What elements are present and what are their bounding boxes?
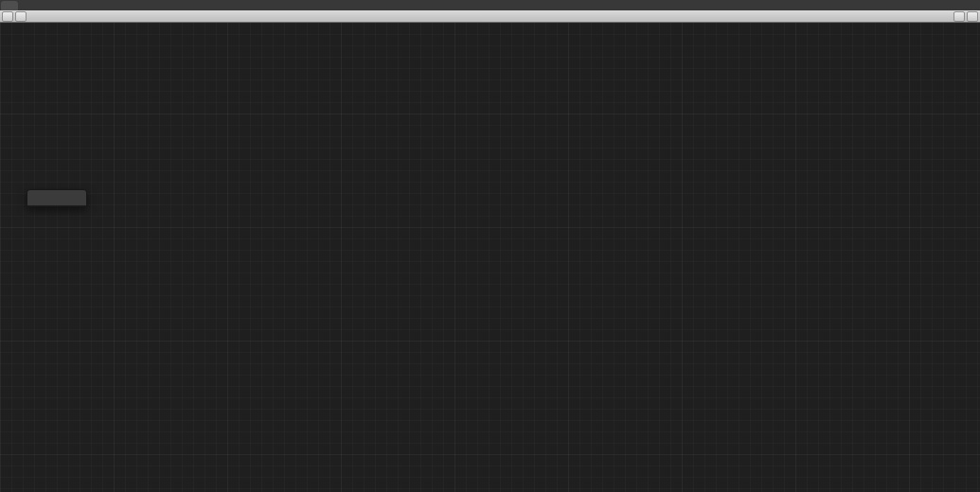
save-asset-button[interactable] bbox=[2, 11, 13, 22]
node-title bbox=[27, 190, 86, 206]
graph-canvas[interactable] bbox=[0, 0, 980, 492]
window-controls bbox=[961, 0, 980, 10]
toolbar bbox=[0, 10, 980, 23]
shader-graph-window bbox=[0, 0, 980, 492]
wires-layer bbox=[0, 0, 980, 492]
show-in-project-button[interactable] bbox=[15, 11, 27, 22]
node-time[interactable] bbox=[27, 189, 87, 207]
tab-strip bbox=[0, 0, 980, 10]
tab-flame-2[interactable] bbox=[1, 1, 18, 10]
main-preview-toggle-button[interactable] bbox=[967, 11, 978, 22]
blackboard-toggle-button[interactable] bbox=[953, 11, 965, 22]
